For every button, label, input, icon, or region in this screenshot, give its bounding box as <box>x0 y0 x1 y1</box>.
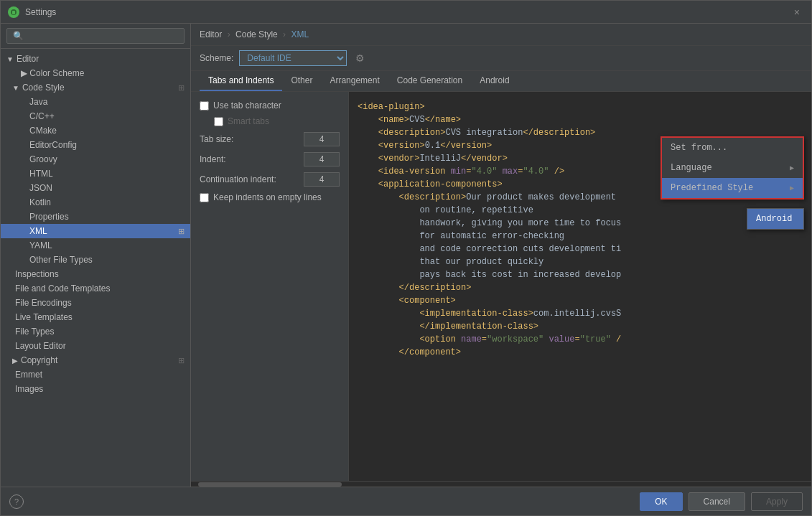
horizontal-scrollbar[interactable] <box>191 481 811 487</box>
scrollbar-thumb <box>198 482 342 487</box>
submenu: Android <box>747 208 804 230</box>
cancel-button[interactable]: Cancel <box>689 492 745 511</box>
dropdown-item-language[interactable]: Language ▶ <box>662 158 803 178</box>
tab-code-generation[interactable]: Code Generation <box>388 71 471 91</box>
code-line: on routine, repetitive <box>358 204 803 217</box>
code-line: pays back its cost in increased develop <box>358 268 803 281</box>
dropdown-item-predefined-style[interactable]: Predefined Style ▶ Android <box>662 178 803 198</box>
window-title: Settings <box>25 7 790 17</box>
code-line: </component> <box>358 346 803 359</box>
breadcrumb: Editor › Code Style › XML <box>191 24 811 46</box>
bottom-left: ? <box>9 494 24 509</box>
tab-tabs-and-indents[interactable]: Tabs and Indents <box>200 71 282 91</box>
expand-icon: ▼ <box>12 84 19 92</box>
scheme-bar: Scheme: Default IDE ⚙ <box>191 46 811 71</box>
sidebar-list: ▼ Editor ▶ Color Scheme ⊞ ▼ Code Style ⊞… <box>1 49 190 487</box>
sidebar-item-inspections[interactable]: Inspections ⊞ <box>1 267 190 281</box>
code-line: for automatic error-checking <box>358 230 803 243</box>
indent-row: Indent: <box>200 152 340 166</box>
indent-input[interactable] <box>304 152 340 166</box>
sidebar-item-layout-editor[interactable]: Layout Editor <box>1 339 190 353</box>
sidebar-item-file-encodings[interactable]: File Encodings ⊞ <box>1 296 190 310</box>
svg-rect-1 <box>12 11 15 14</box>
search-input[interactable] <box>6 28 185 44</box>
dropdown-menu: Set from... Language ▶ Predefined Style … <box>661 136 804 200</box>
code-line: <option name="workspace" value="true" / <box>358 333 803 346</box>
copy-icon: ⊞ <box>178 356 185 365</box>
sidebar-item-editorconfig[interactable]: EditorConfig ⊞ <box>1 138 190 152</box>
sidebar-item-json[interactable]: JSON ⊞ <box>1 181 190 195</box>
sidebar-item-file-and-code-templates[interactable]: File and Code Templates ⊞ <box>1 281 190 296</box>
sidebar-item-groovy[interactable]: Groovy ⊞ <box>1 152 190 166</box>
expand-icon: ▼ <box>6 55 14 63</box>
title-bar: Settings × <box>1 1 811 24</box>
gear-icon[interactable]: ⚙ <box>353 51 368 65</box>
code-line: <name>CVS</name> <box>358 113 803 126</box>
tabs-bar: Tabs and Indents Other Arrangement Code … <box>191 71 811 92</box>
sidebar-item-editor[interactable]: ▼ Editor <box>1 52 190 66</box>
main-content: ▼ Editor ▶ Color Scheme ⊞ ▼ Code Style ⊞… <box>1 24 811 487</box>
continuation-indent-input[interactable] <box>304 172 340 187</box>
sidebar-item-emmet[interactable]: Emmet <box>1 367 190 382</box>
sidebar-item-java[interactable]: Java ⊞ <box>1 95 190 109</box>
sidebar-item-properties[interactable]: Properties ⊞ <box>1 210 190 224</box>
content-area: Use tab character Smart tabs Tab size: I… <box>191 92 811 481</box>
expand-icon: ▶ <box>12 357 18 365</box>
smart-tabs-row: Smart tabs <box>214 116 340 126</box>
code-line: <idea-plugin> <box>358 100 803 113</box>
copy-icon: ⊞ <box>178 83 185 93</box>
continuation-indent-row: Continuation indent: <box>200 172 340 187</box>
search-box <box>1 24 190 49</box>
dropdown-title[interactable]: Set from... <box>662 138 803 158</box>
bottom-bar: ? OK Cancel Apply <box>1 487 811 515</box>
code-line: </implementation-class> <box>358 320 803 333</box>
sidebar-item-code-style[interactable]: ▼ Code Style ⊞ <box>1 80 190 95</box>
code-line: that our product quickly <box>358 255 803 268</box>
tab-other[interactable]: Other <box>282 71 321 91</box>
submenu-item-android[interactable]: Android <box>747 209 803 229</box>
bottom-right: OK Cancel Apply <box>640 492 803 511</box>
app-icon <box>8 6 19 18</box>
sidebar-item-file-types[interactable]: File Types <box>1 324 190 339</box>
tab-android[interactable]: Android <box>471 71 518 91</box>
sidebar-item-kotlin[interactable]: Kotlin ⊞ <box>1 195 190 210</box>
code-line: <implementation-class>com.intellij.cvsS <box>358 307 803 320</box>
help-button[interactable]: ? <box>9 494 24 509</box>
tab-arrangement[interactable]: Arrangement <box>321 71 388 91</box>
tab-size-row: Tab size: <box>200 132 340 146</box>
sidebar-item-cpp[interactable]: C/C++ ⊞ <box>1 109 190 123</box>
code-line: and code correction cuts development ti <box>358 243 803 255</box>
use-tab-character-row: Use tab character <box>200 100 340 111</box>
smart-tabs-checkbox[interactable] <box>214 117 223 126</box>
ok-button[interactable]: OK <box>640 492 682 511</box>
sidebar-item-xml[interactable]: XML ⊞ <box>1 224 190 238</box>
copy-icon: ⊞ <box>178 227 185 236</box>
sidebar-item-cmake[interactable]: CMake ⊞ <box>1 123 190 138</box>
code-line: </description> <box>358 281 803 294</box>
sidebar-item-html[interactable]: HTML ⊞ <box>1 166 190 181</box>
sidebar: ▼ Editor ▶ Color Scheme ⊞ ▼ Code Style ⊞… <box>1 24 191 487</box>
use-tab-character-checkbox[interactable] <box>200 101 209 111</box>
tab-size-input[interactable] <box>304 132 340 146</box>
code-line: <component> <box>358 294 803 307</box>
sidebar-item-other-file-types[interactable]: Other File Types ⊞ <box>1 253 190 267</box>
keep-indents-row: Keep indents on empty lines <box>200 192 340 202</box>
close-button[interactable]: × <box>790 4 804 21</box>
options-panel: Use tab character Smart tabs Tab size: I… <box>191 92 349 481</box>
code-line: handwork, giving you more time to focus <box>358 217 803 230</box>
keep-indents-checkbox[interactable] <box>200 193 209 202</box>
right-panel: Editor › Code Style › XML Scheme: Defaul… <box>191 24 811 487</box>
settings-window: Settings × ▼ Editor ▶ Color Scheme ⊞ <box>0 0 812 516</box>
scheme-select[interactable]: Default IDE <box>239 50 347 66</box>
chevron-right-icon: ▶ <box>790 163 794 174</box>
code-preview: <idea-plugin> <name>CVS</name> <descript… <box>349 92 811 481</box>
sidebar-item-yaml[interactable]: YAML ⊞ <box>1 238 190 253</box>
apply-button[interactable]: Apply <box>751 492 803 511</box>
sidebar-item-live-templates[interactable]: Live Templates <box>1 310 190 324</box>
sidebar-item-images[interactable]: Images <box>1 382 190 396</box>
chevron-right-icon: ▶ <box>790 183 794 194</box>
sidebar-item-copyright[interactable]: ▶ Copyright ⊞ <box>1 353 190 367</box>
sidebar-item-color-scheme[interactable]: ▶ Color Scheme ⊞ <box>1 66 190 80</box>
